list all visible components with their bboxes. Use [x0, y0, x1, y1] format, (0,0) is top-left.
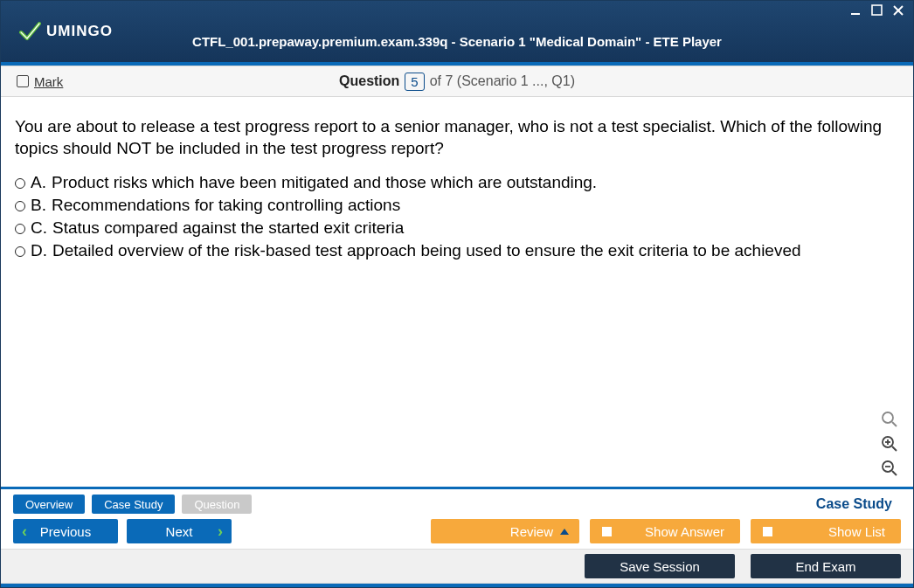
svg-rect-1 [872, 5, 882, 15]
svg-line-12 [892, 471, 897, 475]
option-letter: C. [31, 218, 47, 238]
magnifier-icon [881, 411, 898, 428]
mark-label: Mark [34, 74, 63, 89]
end-exam-button[interactable]: End Exam [751, 554, 901, 578]
chevron-left-icon: ‹ [22, 522, 27, 541]
radio-icon [15, 224, 25, 234]
window-title: CTFL_001.prepaway.premium.exam.339q - Sc… [192, 34, 722, 49]
maximize-icon [871, 4, 883, 17]
option-letter: B. [31, 196, 46, 215]
previous-button[interactable]: ‹ Previous [13, 519, 118, 543]
zoom-in-icon [881, 435, 898, 453]
tab-case-study[interactable]: Case Study [92, 495, 175, 514]
option-a[interactable]: A. Product risks which have been mitigat… [15, 173, 899, 192]
radio-icon [15, 246, 25, 257]
maximize-button[interactable] [868, 3, 887, 18]
zoom-out-button[interactable] [880, 459, 899, 478]
svg-line-9 [892, 446, 897, 451]
next-button[interactable]: Next › [127, 519, 232, 543]
options-list: A. Product risks which have been mitigat… [15, 173, 899, 260]
close-button[interactable] [889, 3, 908, 18]
svg-rect-0 [851, 13, 860, 15]
option-text: Status compared against the started exit… [52, 218, 404, 238]
zoom-reset-button[interactable] [880, 410, 899, 429]
previous-label: Previous [40, 524, 91, 539]
tab-row: Overview Case Study Question Case Study [1, 489, 913, 514]
tab-overview[interactable]: Overview [13, 495, 85, 514]
title-bar: UMINGO CTFL_001.prepaway.premium.exam.33… [1, 1, 913, 62]
tab-question[interactable]: Question [182, 495, 252, 514]
radio-icon [15, 178, 25, 189]
save-session-button[interactable]: Save Session [585, 554, 735, 578]
svg-line-5 [892, 422, 897, 426]
checkmark-icon [18, 20, 41, 43]
question-number: 5 [405, 73, 424, 91]
checkbox-icon [17, 75, 29, 87]
question-header: Mark Question 5 of 7 (Scenario 1 ..., Q1… [1, 66, 913, 97]
option-c[interactable]: C. Status compared against the started e… [15, 218, 899, 238]
zoom-controls [880, 410, 899, 478]
app-logo: UMINGO [18, 20, 113, 43]
triangle-up-icon [560, 529, 569, 535]
radio-icon [15, 201, 25, 211]
option-d[interactable]: D. Detailed overview of the risk-based t… [15, 241, 899, 260]
option-letter: D. [31, 241, 47, 260]
zoom-out-icon [881, 460, 898, 477]
case-study-label: Case Study [816, 496, 892, 512]
square-icon [602, 527, 612, 536]
mark-checkbox[interactable]: Mark [17, 74, 63, 89]
option-b[interactable]: B. Recommendations for taking controllin… [15, 196, 899, 215]
show-list-label: Show List [828, 524, 885, 539]
question-suffix: of 7 (Scenario 1 ..., Q1) [430, 73, 575, 89]
option-text: Detailed overview of the risk-based test… [52, 241, 801, 260]
question-word: Question [339, 73, 399, 89]
square-icon [763, 527, 772, 536]
minimize-button[interactable] [847, 3, 866, 18]
zoom-in-button[interactable] [880, 434, 899, 453]
option-letter: A. [31, 173, 46, 192]
option-text: Recommendations for taking controlling a… [52, 196, 400, 215]
close-icon [892, 4, 904, 17]
session-row: Save Session End Exam [1, 549, 913, 584]
bottom-accent-bar [1, 584, 913, 587]
svg-point-4 [883, 412, 893, 423]
window-controls [847, 3, 908, 18]
brand-text: UMINGO [46, 23, 113, 40]
chevron-right-icon: › [218, 522, 223, 541]
show-answer-button[interactable]: Show Answer [590, 519, 740, 543]
option-text: Product risks which have been mitigated … [52, 173, 597, 192]
minimize-icon [850, 4, 862, 17]
review-button[interactable]: Review [431, 519, 579, 543]
footer: Overview Case Study Question Case Study … [1, 487, 913, 587]
nav-row: ‹ Previous Next › Review Show Answer Sho… [1, 514, 913, 549]
question-text: You are about to release a test progress… [15, 116, 899, 159]
review-label: Review [510, 524, 553, 539]
show-answer-label: Show Answer [645, 524, 724, 539]
question-indicator: Question 5 of 7 (Scenario 1 ..., Q1) [339, 73, 575, 91]
show-list-button[interactable]: Show List [751, 519, 901, 543]
next-label: Next [166, 524, 193, 539]
question-body: You are about to release a test progress… [1, 97, 913, 487]
